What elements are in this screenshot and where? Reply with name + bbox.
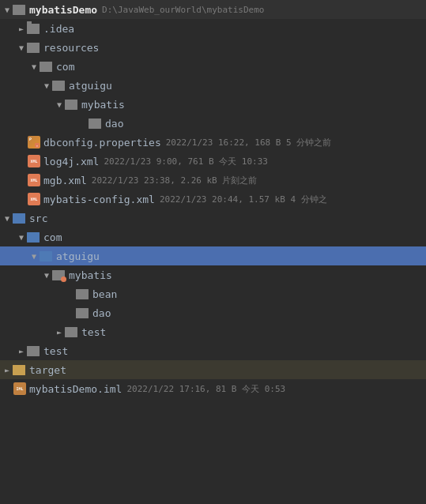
arrow-src: ▼ — [2, 214, 13, 223]
target-label: target — [29, 364, 66, 376]
arrow-src-com: ▼ — [16, 233, 27, 242]
folder-icon-target — [13, 363, 27, 377]
arrow-src-test: ► — [54, 328, 65, 337]
idea-label: .idea — [43, 23, 74, 35]
folder-icon-src — [13, 211, 27, 225]
folder-icon-resources-com — [40, 59, 54, 73]
mgb-meta: 2022/1/23 23:38, 2.26 kB 片刻之前 — [92, 175, 258, 186]
folder-icon-resources-dao — [89, 116, 103, 130]
tree-item-mgb[interactable]: XML mgb.xml 2022/1/23 23:38, 2.26 kB 片刻之… — [0, 171, 426, 190]
arrow-root: ▼ — [2, 6, 13, 14]
resources-atguigu-label: atguigu — [69, 80, 112, 92]
arrow-resources-atguigu: ▼ — [41, 81, 52, 90]
resources-dao-label: dao — [105, 118, 123, 130]
mybatis-config-label: mybatis-config.xml — [43, 194, 155, 205]
arrow-idea: ► — [16, 24, 27, 33]
src-test-label: test — [81, 326, 106, 338]
arrow-src-mybatis: ▼ — [41, 271, 52, 280]
iml-meta: 2022/1/22 17:16, 81 B 今天 0:53 — [126, 383, 285, 395]
iml-icon: IML — [13, 382, 27, 396]
src-mybatis-label: mybatis — [69, 269, 112, 281]
tree-item-resources-atguigu[interactable]: ▼ atguigu — [0, 76, 426, 95]
xml-icon-mybatis-config: XML — [27, 192, 41, 206]
tree-item-src-bean[interactable]: bean — [0, 284, 426, 303]
folder-icon-resources-atguigu — [52, 78, 66, 92]
dbconfig-meta: 2022/1/23 16:22, 168 B 5 分钟之前 — [166, 137, 332, 149]
tree-item-test[interactable]: ► test — [0, 341, 426, 360]
log4j-meta: 2022/1/23 9:00, 761 B 今天 10:33 — [104, 156, 267, 167]
arrow-resources-mybatis: ▼ — [54, 100, 65, 109]
tree-item-resources-mybatis[interactable]: ▼ mybatis — [0, 95, 426, 114]
root-label: mybatisDemo — [29, 4, 97, 16]
arrow-resources-com: ▼ — [28, 62, 40, 71]
tree-item-src-dao[interactable]: dao — [0, 303, 426, 322]
src-bean-label: bean — [92, 288, 117, 300]
folder-icon-src-atguigu — [40, 249, 54, 263]
folder-icon-resources-mybatis — [65, 97, 79, 111]
mgb-label: mgb.xml — [43, 175, 87, 186]
tree-item-root[interactable]: ▼ mybatisDemo D:\JavaWeb_ourWorld\mybati… — [0, 0, 426, 19]
tree-item-target[interactable]: ► target — [0, 360, 426, 379]
tree-item-resources[interactable]: ▼ resources — [0, 38, 426, 57]
resources-mybatis-label: mybatis — [81, 99, 125, 111]
folder-icon-resources — [27, 40, 41, 55]
iml-label: mybatisDemo.iml — [29, 383, 122, 395]
tree-item-src-com[interactable]: ▼ com — [0, 228, 426, 246]
dbconfig-label: dbconfig.properties — [43, 137, 161, 149]
arrow-src-atguigu: ▼ — [28, 252, 40, 261]
xml-icon-log4j: XML — [27, 154, 41, 168]
tree-item-src[interactable]: ▼ src — [0, 209, 426, 228]
tree-item-resources-dao[interactable]: dao — [0, 114, 426, 133]
tree-item-mybatis-config[interactable]: XML mybatis-config.xml 2022/1/23 20:44, … — [0, 190, 426, 209]
xml-icon-mgb: XML — [27, 173, 41, 187]
tree-item-iml[interactable]: IML mybatisDemo.iml 2022/1/22 17:16, 81 … — [0, 379, 426, 398]
tree-item-resources-com[interactable]: ▼ com — [0, 57, 426, 76]
resources-label: resources — [43, 42, 99, 54]
folder-icon-src-com — [27, 230, 41, 244]
folder-icon-src-mybatis — [52, 268, 66, 282]
folder-icon-src-dao — [76, 306, 90, 320]
arrow-resources: ▼ — [16, 43, 27, 52]
src-dao-label: dao — [92, 307, 111, 319]
tree-item-src-test[interactable]: ► test — [0, 322, 426, 341]
src-com-label: com — [43, 231, 62, 243]
tree-item-dbconfig[interactable]: P ✦ dbconfig.properties 2022/1/23 16:22,… — [0, 133, 426, 152]
folder-icon-root — [13, 2, 27, 17]
arrow-target: ► — [2, 366, 13, 374]
tree-item-src-atguigu[interactable]: ▼ atguigu — [0, 246, 426, 265]
folder-icon-test — [27, 344, 41, 358]
tree-item-src-mybatis[interactable]: ▼ mybatis — [0, 265, 426, 284]
file-tree: ▼ mybatisDemo D:\JavaWeb_ourWorld\mybati… — [0, 0, 426, 504]
mybatis-config-meta: 2022/1/23 20:44, 1.57 kB 4 分钟之 — [160, 194, 327, 205]
folder-icon-src-bean — [76, 287, 90, 301]
arrow-test: ► — [16, 347, 27, 355]
src-label: src — [29, 213, 47, 224]
folder-icon-idea — [27, 21, 41, 36]
src-atguigu-label: atguigu — [56, 250, 100, 262]
root-path: D:\JavaWeb_ourWorld\mybatisDemo — [102, 5, 264, 15]
props-icon-dbconfig: P ✦ — [27, 135, 41, 149]
tree-item-log4j[interactable]: XML log4j.xml 2022/1/23 9:00, 761 B 今天 1… — [0, 152, 426, 171]
resources-com-label: com — [56, 61, 74, 73]
test-label: test — [43, 345, 68, 357]
folder-icon-src-test — [65, 325, 79, 339]
tree-item-idea[interactable]: ► .idea — [0, 19, 426, 38]
log4j-label: log4j.xml — [43, 156, 99, 167]
